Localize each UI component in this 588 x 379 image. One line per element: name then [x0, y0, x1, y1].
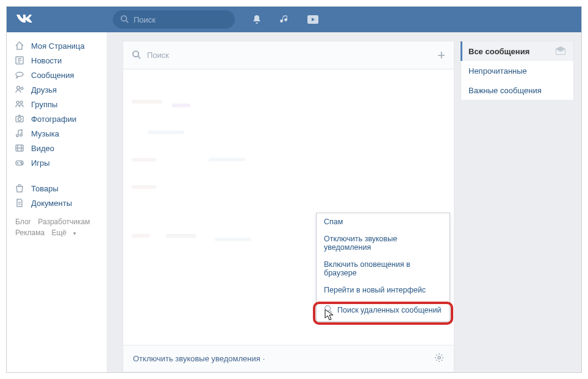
nav-news[interactable]: Новости [10, 53, 107, 68]
svg-point-23 [21, 163, 23, 165]
body-columns: Моя Страница Новости Сообщения Друзья Гр… [7, 32, 581, 372]
camera-icon [14, 114, 25, 124]
nav-label: Друзья [31, 85, 57, 94]
gear-icon[interactable] [434, 353, 444, 364]
settings-popup: Спам Отключить звуковые уведомления Вклю… [316, 213, 450, 322]
nav-my-page[interactable]: Моя Страница [10, 38, 107, 53]
filter-label: Важные сообщения [468, 86, 542, 95]
svg-point-14 [20, 134, 23, 136]
right-column: Все сообщения Непрочитанные Важные сообщ… [461, 32, 581, 372]
filter-label: Все сообщения [468, 47, 529, 56]
mail-open-icon [555, 46, 566, 57]
nav-label: Новости [31, 56, 62, 65]
nav-label: Документы [31, 199, 72, 208]
nav-messages[interactable]: Сообщения [10, 68, 107, 82]
svg-point-7 [17, 87, 20, 90]
bell-icon[interactable] [251, 13, 263, 26]
home-icon [14, 41, 25, 51]
filter-unread[interactable]: Непрочитанные [461, 61, 573, 80]
news-icon [14, 55, 25, 65]
app-frame: Поиск Моя Страница Новости [6, 6, 582, 373]
search-icon [120, 15, 129, 25]
footer-more[interactable]: Ещё ▾ [51, 228, 81, 237]
footer-mute-link[interactable]: Отключить звуковые уведомления [133, 354, 260, 363]
popup-browser-notify[interactable]: Включить оповещения в браузере [317, 256, 450, 282]
nav-music[interactable]: Музыка [10, 126, 107, 141]
messages-list: Спам Отключить звуковые уведомления Вклю… [123, 69, 454, 345]
messages-panel: Поиск + Спам Отключить звуковые уведомле… [123, 41, 454, 372]
svg-point-12 [18, 118, 21, 121]
popup-new-interface[interactable]: Перейти в новый интерфейс [317, 282, 450, 299]
popup-mute[interactable]: Отключить звуковые уведомления [317, 230, 450, 256]
footer-ads[interactable]: Реклама [15, 228, 45, 237]
search-icon [132, 50, 141, 61]
svg-line-29 [330, 311, 332, 313]
bag-icon [14, 183, 25, 193]
filter-important[interactable]: Важные сообщения [461, 80, 573, 100]
svg-point-0 [121, 15, 127, 21]
popup-spam[interactable]: Спам [317, 213, 450, 230]
nav-groups[interactable]: Группы [10, 97, 107, 112]
popup-search-deleted[interactable]: Поиск удаленных сообщений [317, 299, 450, 321]
music-icon[interactable] [279, 13, 291, 26]
left-sidebar: Моя Страница Новости Сообщения Друзья Гр… [7, 32, 107, 372]
nav-friends[interactable]: Друзья [10, 82, 107, 97]
nav-photos[interactable]: Фотографии [10, 112, 107, 126]
filter-label: Непрочитанные [468, 66, 527, 76]
messages-icon [14, 70, 25, 80]
top-header: Поиск [7, 7, 581, 32]
messages-search-placeholder[interactable]: Поиск [147, 51, 169, 60]
nav-games[interactable]: Игры [10, 155, 107, 170]
gamepad-icon [14, 158, 25, 168]
footer-links: Блог Разработчикам Реклама Ещё ▾ [10, 210, 107, 245]
vk-logo[interactable] [15, 13, 34, 26]
filter-all[interactable]: Все сообщения [461, 41, 573, 61]
nav-label: Моя Страница [31, 41, 85, 51]
groups-icon [14, 99, 25, 109]
footer-devs[interactable]: Разработчикам [38, 218, 90, 226]
svg-point-13 [16, 135, 19, 137]
friends-icon [14, 85, 25, 94]
nav-label: Видео [31, 144, 54, 153]
nav-label: Группы [31, 100, 57, 109]
nav-label: Музыка [31, 129, 59, 138]
svg-line-27 [138, 56, 140, 58]
note-icon [14, 129, 25, 138]
nav-label: Товары [31, 184, 59, 193]
svg-point-8 [21, 87, 23, 90]
svg-point-28 [325, 306, 331, 311]
messages-footer: Отключить звуковые уведомления · [123, 345, 454, 372]
message-filters: Все сообщения Непрочитанные Важные сообщ… [461, 41, 574, 101]
search-deleted-icon [324, 305, 332, 315]
footer-blog[interactable]: Блог [15, 218, 31, 226]
messages-search-bar: Поиск + [123, 41, 454, 69]
nav-market[interactable]: Товары [10, 181, 107, 196]
svg-point-9 [16, 101, 19, 104]
nav-label: Игры [31, 158, 50, 168]
new-message-button[interactable]: + [437, 48, 445, 63]
nav-label: Сообщения [31, 71, 74, 80]
svg-point-30 [438, 356, 440, 359]
video-play-icon[interactable] [307, 13, 319, 26]
svg-point-26 [133, 51, 138, 56]
global-search[interactable]: Поиск [113, 10, 235, 29]
svg-line-1 [126, 20, 129, 23]
film-icon [14, 143, 25, 153]
popup-label: Поиск удаленных сообщений [337, 306, 441, 314]
header-icons [251, 13, 319, 26]
global-search-placeholder: Поиск [134, 15, 156, 24]
nav-label: Фотографии [31, 115, 76, 124]
svg-point-10 [20, 101, 23, 104]
nav-video[interactable]: Видео [10, 141, 107, 155]
nav-docs[interactable]: Документы [10, 196, 107, 210]
doc-icon [14, 198, 25, 208]
